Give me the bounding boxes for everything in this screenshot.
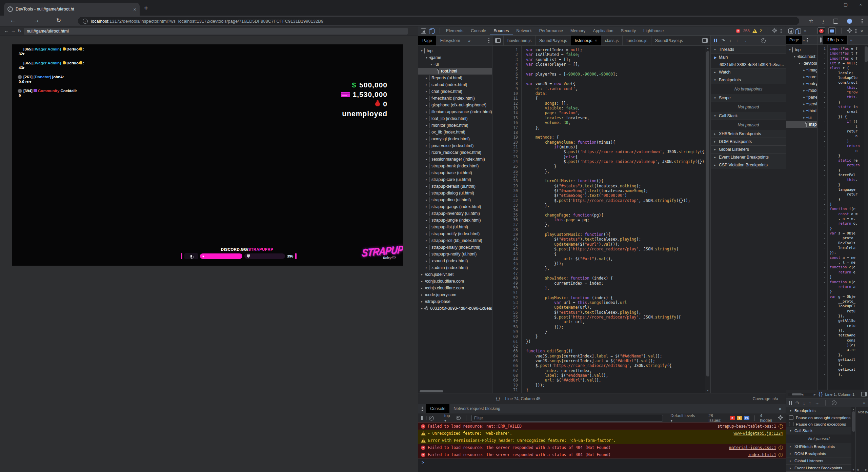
file-tree-item[interactable]: ▸pma-voice (index.html) <box>418 142 492 149</box>
editor-tab-SoundPlayer.js[interactable]: SoundPlayer.js <box>536 36 571 45</box>
step-out-icon[interactable]: ↑ <box>736 38 738 43</box>
devtools-tab-application[interactable]: Application <box>589 26 617 35</box>
pause-script-icon[interactable] <box>714 39 717 42</box>
file-tree-item[interactable]: ▾top <box>418 47 492 54</box>
checkbox[interactable] <box>789 422 793 426</box>
screencast-address-field[interactable]: nui://game/ui/root.html <box>24 28 408 35</box>
devtools-tab-memory[interactable]: Memory <box>567 26 589 35</box>
r-section-breakpoints[interactable]: ▾Breakpoints <box>786 407 851 414</box>
r-step-into-icon[interactable]: ↓ <box>803 401 805 406</box>
issue-count-badge[interactable]: 1 <box>737 416 742 420</box>
step-icon[interactable]: → <box>743 38 747 43</box>
extensions-icon[interactable] <box>833 19 838 24</box>
r-file-tree-item[interactable]: ▸entrypoints <box>786 80 817 87</box>
file-tree-item[interactable]: ▸sessionmanager (index.html) <box>418 156 492 163</box>
section-dom-breakpoints[interactable]: ▸DOM Breakpoints <box>711 138 786 146</box>
source-link[interactable]: www-widgetapi.js:1224 <box>734 431 783 436</box>
r-dbg-more-icon[interactable]: » <box>863 401 865 406</box>
r-drawer-icon[interactable] <box>861 392 867 396</box>
file-tree-item[interactable]: ▸cdnjs.cloudflare.com <box>418 278 492 285</box>
r-toggle-navigator-icon[interactable] <box>820 37 821 43</box>
r-section-event-listener-breakpoints[interactable]: ▸Event Listener Breakpoints <box>786 464 851 472</box>
r-file-tree-item[interactable]: ▸models <box>786 87 817 94</box>
r-close-icon[interactable]: × <box>860 28 863 34</box>
r-step-over-icon[interactable]: ↷ <box>795 401 799 406</box>
hidden-count[interactable]: 4 hidden <box>760 413 775 423</box>
screencast-forward-icon[interactable]: → <box>11 28 16 34</box>
r-file-tree-item[interactable]: ▾top <box>786 46 817 53</box>
devtools-tab-console[interactable]: Console <box>467 26 490 35</box>
game-viewport[interactable]: [365] [Wager Admin] Derkio:32r[365] [Wag… <box>12 44 403 266</box>
console-row-err[interactable]: ×Failed to load resource: the server res… <box>418 444 786 451</box>
section-call-stack[interactable]: ▾Call Stack <box>711 112 786 120</box>
live-expression-icon[interactable] <box>456 416 461 420</box>
navigator-menu-icon[interactable] <box>488 40 489 41</box>
settings-gear-icon[interactable] <box>772 28 777 34</box>
editor-tab-listener.js[interactable]: listener.js× <box>571 36 601 45</box>
section-watch[interactable]: ▸Watch <box>711 68 786 76</box>
error-badge-icon[interactable]: × <box>736 29 740 33</box>
issue-count-badge[interactable]: 24 <box>744 416 750 420</box>
r-section-call-stack[interactable]: ▾Call Stack <box>786 427 851 434</box>
file-tree-item[interactable]: ▸carhud (index.html) <box>418 81 492 88</box>
r-code-editor[interactable]: 1---------------------------------------… <box>817 45 868 390</box>
r-sliver-scroll-right-icon[interactable]: ▶ <box>865 468 867 471</box>
breakpoint-option[interactable]: Pause on uncaught exceptions <box>786 414 851 421</box>
device-toolbar-icon[interactable] <box>430 28 435 34</box>
r-editor-vscrollbar[interactable] <box>864 45 868 390</box>
file-tree-item[interactable]: ▸strapup-list (ui.html) <box>418 224 492 230</box>
expand-icon[interactable]: ▸ <box>428 432 430 435</box>
window-close-icon[interactable]: × <box>859 2 862 7</box>
inspect-element-icon[interactable] <box>421 28 426 34</box>
r-sliver-scroll-left-icon[interactable]: ◀ <box>856 468 859 471</box>
section-event-listener-breakpoints[interactable]: ▸Event Listener Breakpoints <box>711 153 786 161</box>
console-row-warn[interactable]: ▸Unrecognized feature: 'web-share'.www-w… <box>418 430 786 437</box>
r-issues-badge[interactable] <box>828 27 836 34</box>
issue-count-badge[interactable]: 3 <box>730 416 735 420</box>
breakpoint-option[interactable]: Pause on caught exceptions <box>786 421 851 427</box>
devtools-menu-icon[interactable] <box>781 30 782 32</box>
r-step-icon[interactable]: → <box>815 401 819 406</box>
file-tree-item[interactable]: ▸monitor (index.html) <box>418 122 492 129</box>
reload-icon[interactable]: ↻ <box>54 17 63 24</box>
more-tabs-icon[interactable]: » <box>464 36 475 45</box>
source-link[interactable]: index.html:1 <box>748 452 776 457</box>
r-nav-menu-icon[interactable] <box>807 40 808 41</box>
file-tree-item[interactable]: ▸strapup-inventory (ui.html) <box>418 210 492 217</box>
file-tree-item[interactable]: ▸code.jquery.com <box>418 291 492 298</box>
tab-console[interactable]: Console <box>426 404 449 413</box>
clear-console-icon[interactable] <box>429 416 434 420</box>
thread-row[interactable]: 6031bf5f-3893-4d84-b098-1c8ea... <box>711 61 786 68</box>
file-tree-item[interactable]: ▸Reports (ui.html) <box>418 75 492 81</box>
r-tab-page[interactable]: Page <box>786 36 802 44</box>
editor-vscrollbar[interactable]: ▲ ▼ <box>705 46 710 393</box>
editor-tab-functions.js[interactable]: functions.js <box>623 36 651 45</box>
bookmark-star-icon[interactable]: ☆ <box>809 18 813 24</box>
site-info-icon[interactable]: i <box>83 19 88 24</box>
screencast-reload-icon[interactable]: ↻ <box>18 28 22 34</box>
address-bar[interactable]: i localhost :13172/devtools/inspector.ht… <box>78 17 799 25</box>
r-nav-more-icon[interactable]: » <box>802 38 805 43</box>
file-tree-item[interactable]: ▸strapup-base (ui.html) <box>418 169 492 176</box>
r-device-icon[interactable] <box>796 28 801 34</box>
source-link[interactable]: material-icons.css:1 <box>729 445 776 450</box>
file-tree-item[interactable]: ▾ui <box>418 61 492 68</box>
file-tree-item[interactable]: ▸rcore_radiocar (index.html) <box>418 149 492 156</box>
section-csp-violation-breakpoints[interactable]: ▸CSP Violation Breakpoints <box>711 161 786 169</box>
r-inspect-icon[interactable] <box>788 28 793 34</box>
devtools-tab-performance[interactable]: Performance <box>536 26 567 35</box>
browser-tab[interactable]: DevTools - nui://game/ui/root.ht × <box>4 3 140 16</box>
console-row-err[interactable]: ×Failed to load resource: net::ERR_FAILE… <box>418 423 786 430</box>
r-more-tabs-icon[interactable]: » <box>804 28 806 34</box>
drawer-menu-icon[interactable] <box>422 408 423 409</box>
r-section-dom-breakpoints[interactable]: ▸DOM Breakpoints <box>786 450 851 457</box>
file-tree-item[interactable]: ▸strapup-core (ui.html) <box>418 176 492 183</box>
console-row-warn[interactable]: Error with Permissions-Policy header: Un… <box>418 437 786 444</box>
r-file-tree-item[interactable]: ▸ui <box>786 114 817 121</box>
r-file-tree-item[interactable]: ▾devtools <box>786 60 817 67</box>
r-file-tree-item[interactable]: ▸panels <box>786 94 817 101</box>
devtools-tab-elements[interactable]: Elements <box>442 26 467 35</box>
screencast-back-icon[interactable]: ← <box>4 28 9 34</box>
editor-tab-howler.min.js[interactable]: howler.min.js <box>504 36 536 45</box>
close-drawer-icon[interactable]: × <box>779 406 782 412</box>
